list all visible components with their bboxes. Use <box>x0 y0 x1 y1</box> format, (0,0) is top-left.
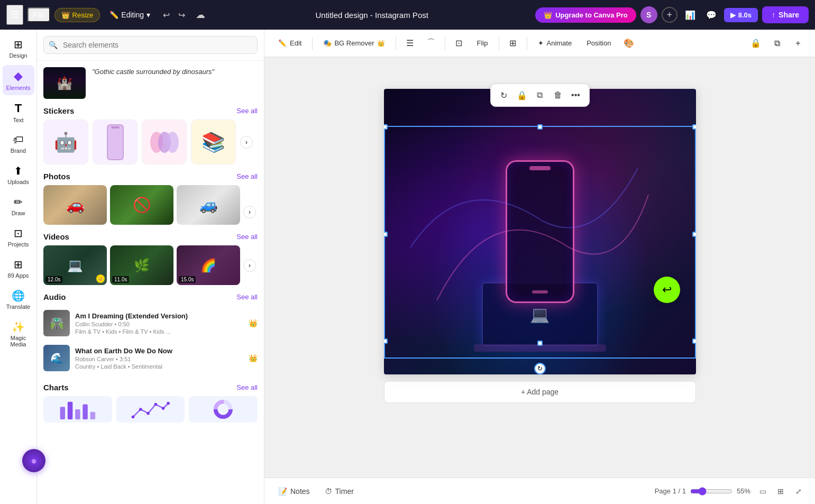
duplicate-element-button[interactable]: ⧉ <box>532 87 548 103</box>
analytics-button[interactable]: 📊 <box>682 7 699 23</box>
audio-see-all[interactable]: See all <box>236 293 258 301</box>
editing-mode-button[interactable]: ✏️ Editing ▾ <box>104 8 155 22</box>
page-duplicate-button[interactable]: ⧉ <box>768 35 785 52</box>
fullscreen-button[interactable]: ⤢ <box>791 483 807 499</box>
sticker-item-oval[interactable] <box>142 120 187 164</box>
video-duration-1: 12.0s <box>45 276 62 283</box>
photos-next-arrow[interactable]: › <box>243 206 256 218</box>
add-page-bar[interactable]: + Add page <box>384 381 696 403</box>
sticker-item-phone[interactable] <box>93 120 138 164</box>
bg-remover-button[interactable]: 🎭 BG Remover 👑 <box>318 36 390 50</box>
timer-button[interactable]: ⏱ Timer <box>319 484 359 499</box>
photo-item-no-sign[interactable]: 🚫 <box>110 185 173 225</box>
sidebar-item-projects[interactable]: ⊡ Projects <box>3 223 34 252</box>
share-icon: ↑ <box>772 11 775 19</box>
ai-result-item[interactable]: 🏰 "Gothic castle surrounded by dinosaurs… <box>43 67 258 99</box>
refresh-element-button[interactable]: ↻ <box>496 87 512 103</box>
comments-button[interactable]: 💬 <box>703 7 720 23</box>
file-menu-button[interactable]: File <box>28 7 50 22</box>
flip-button[interactable]: Flip <box>472 36 493 50</box>
svg-point-4 <box>166 132 179 153</box>
sticker-item-robot[interactable]: 🤖 <box>43 120 88 164</box>
videos-see-all[interactable]: See all <box>236 233 258 241</box>
videos-next-arrow[interactable]: › <box>243 259 256 272</box>
chart-item-pie[interactable] <box>189 396 258 423</box>
stickers-see-all[interactable]: See all <box>236 107 258 115</box>
page-lock-button[interactable]: 🔒 <box>747 35 764 52</box>
photos-see-all[interactable]: See all <box>236 172 258 180</box>
secondary-toolbar: ✏️ Edit 🎭 BG Remover 👑 ☰ ⌒ ⊡ Flip ⊞ ✦ An… <box>264 30 815 57</box>
sidebar-item-elements[interactable]: ◆ Elements <box>3 65 34 95</box>
grid-view-button[interactable]: ⊞ <box>773 483 789 499</box>
page-add-button[interactable]: + <box>790 35 807 52</box>
sidebar-item-draw[interactable]: ✏ Draw <box>3 191 34 221</box>
audio-tags-2: Country • Laid Back • Sentimental <box>75 363 243 370</box>
page-indicator: Page 1 / 1 <box>655 487 686 495</box>
assistant-button[interactable]: ● <box>22 449 45 472</box>
lock-element-button[interactable]: 🔒 <box>514 87 530 103</box>
present-button[interactable]: ▶ 8.0s <box>724 8 758 22</box>
more-options-button[interactable]: ••• <box>568 87 584 103</box>
audio-info-1: Am I Dreaming (Extended Version) Collin … <box>75 312 243 335</box>
checkerboard-button[interactable]: ⊞ <box>505 35 521 52</box>
undo-button[interactable]: ↩ <box>160 7 173 23</box>
edit-button[interactable]: ✏️ Edit <box>273 36 307 50</box>
photos-row-container: 🚗 🚫 🚙 › <box>43 185 258 225</box>
svg-point-10 <box>131 415 134 418</box>
delete-element-button[interactable]: 🗑 <box>550 87 566 103</box>
notes-button[interactable]: 📝 Notes <box>273 484 315 499</box>
sidebar-label-projects: Projects <box>8 241 29 248</box>
sidebar-item-apps[interactable]: ⊞ 89 Apps <box>3 254 34 283</box>
charts-see-all[interactable]: See all <box>236 383 258 391</box>
audio-thumb-1: 🛣️ <box>43 310 70 336</box>
sticker-item-book[interactable]: 📚 <box>191 120 236 164</box>
hamburger-menu[interactable]: ☰ <box>6 5 23 25</box>
position-button[interactable]: Position <box>581 36 616 50</box>
sidebar-item-translate[interactable]: 🌐 Translate <box>3 285 34 314</box>
user-avatar-button[interactable]: S <box>640 6 657 23</box>
audio-item-2[interactable]: 🌊 What on Earth Do We Do Now Robson Carv… <box>43 341 258 375</box>
sidebar-item-text[interactable]: T Text <box>3 97 34 127</box>
chart-item-line[interactable] <box>116 396 185 423</box>
audio-section-header: Audio See all <box>43 292 258 301</box>
sidebar-item-design[interactable]: ⊞ Design <box>3 34 34 63</box>
sidebar-item-uploads[interactable]: ⬆ Uploads <box>3 160 34 189</box>
share-button[interactable]: ↑ Share <box>762 6 809 23</box>
resize-button[interactable]: 👑 Resize <box>54 8 100 22</box>
add-member-button[interactable]: + <box>662 7 677 23</box>
cloud-save-button[interactable]: ☁ <box>193 6 208 24</box>
animate-button[interactable]: ✦ Animate <box>533 36 578 50</box>
undo-redo-group: ↩ ↪ <box>160 7 188 23</box>
zoom-slider[interactable] <box>690 487 732 496</box>
audio-item-1[interactable]: 🛣️ Am I Dreaming (Extended Version) Coll… <box>43 306 258 341</box>
crop-button[interactable]: ⊡ <box>451 35 468 52</box>
svg-point-12 <box>146 412 150 415</box>
corner-button[interactable]: ⌒ <box>423 35 439 52</box>
chart-item-bar[interactable] <box>43 396 112 423</box>
keyboard <box>474 344 606 352</box>
upgrade-button[interactable]: 👑 Upgrade to Canva Pro <box>535 7 636 23</box>
toolbar-divider-4 <box>499 37 499 50</box>
design-icon: ⊞ <box>14 38 23 51</box>
stickers-next-arrow[interactable]: › <box>240 136 253 149</box>
video-item-2[interactable]: 🌿 11.0s <box>110 245 173 285</box>
sidebar-label-uploads: Uploads <box>7 179 29 185</box>
phone-notch <box>529 166 551 170</box>
bg-remover-crown-icon: 👑 <box>377 40 385 47</box>
top-navbar: ☰ File 👑 Resize ✏️ Editing ▾ ↩ ↪ ☁ Untit… <box>0 0 815 30</box>
video-item-3[interactable]: 🌈 15.0s <box>177 245 240 285</box>
canvas[interactable]: 💻 <box>384 89 696 374</box>
photo-item-white-car[interactable]: 🚗 <box>43 185 107 225</box>
search-input[interactable] <box>43 36 258 54</box>
toolbar-divider-1 <box>312 37 313 50</box>
more-tools-button[interactable]: 🎨 <box>620 35 637 52</box>
lines-button[interactable]: ☰ <box>401 35 418 52</box>
redo-button[interactable]: ↪ <box>175 7 188 23</box>
sidebar-item-magic-media[interactable]: ✨ Magic Media <box>3 316 34 352</box>
element-toolbar: ↻ 🔒 ⧉ 🗑 ••• <box>490 84 590 107</box>
photo-item-grey-car[interactable]: 🚙 <box>177 185 240 225</box>
single-view-button[interactable]: ▭ <box>755 483 771 499</box>
audio-title-2: What on Earth Do We Do Now <box>75 347 243 355</box>
video-item-1[interactable]: 💻 12.0s 👑 <box>43 245 107 285</box>
sidebar-item-brand[interactable]: 🏷 Brand <box>3 130 34 158</box>
